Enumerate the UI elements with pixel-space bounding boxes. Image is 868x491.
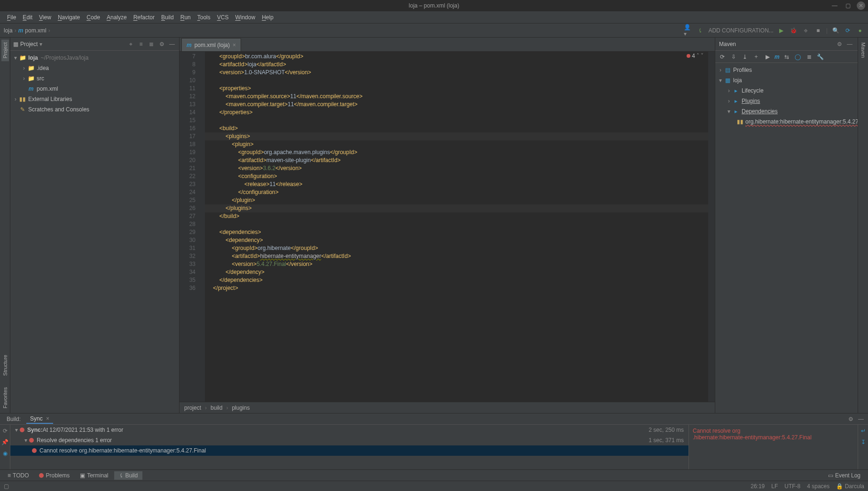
toggle-icon[interactable]: ⇆ [782,53,791,61]
menu-help[interactable]: Help [258,13,277,22]
menu-analyze[interactable]: Analyze [103,13,130,22]
breadcrumb-item[interactable]: build [211,405,222,411]
soft-wrap-icon[interactable]: ↵ [859,427,868,435]
expand-icon[interactable]: ≡ [137,40,145,48]
chevron-right-icon[interactable]: › [726,98,732,104]
wrench-icon[interactable]: 🔧 [816,53,825,61]
tool-window-button[interactable]: ▢ [4,483,9,490]
breadcrumb-item[interactable]: pom.xml [25,27,46,34]
code-editor[interactable]: 7891011121314151617181920212223242526272… [180,52,715,402]
hammer-icon[interactable]: ⤹ [696,26,704,35]
hide-icon[interactable]: — [857,415,865,423]
tree-node-ext-libs[interactable]: › ▮▮ External Libraries [10,94,179,104]
event-log-tab[interactable]: ▭Event Log [823,471,865,480]
minimize-button[interactable]: — [830,1,839,10]
line-separator[interactable]: LF [771,483,778,490]
error-stripe[interactable] [708,52,715,402]
chevron-right-icon[interactable]: › [12,96,19,102]
debug-icon[interactable]: 🐞 [790,26,798,35]
breadcrumb-item[interactable]: loja [4,27,13,34]
stop-icon[interactable]: ■ [814,26,822,35]
project-panel-title[interactable]: ▦ Project ▾ [13,41,42,47]
close-button[interactable]: ✕ [857,1,865,10]
add-user-icon[interactable]: 👤▾ [684,26,692,35]
sync-icon[interactable]: ⟳ [844,26,852,35]
chevron-down-icon[interactable]: ▾ [726,108,732,115]
fold-column[interactable] [198,52,205,402]
collapse-icon[interactable]: ≣ [147,40,156,48]
chevron-right-icon[interactable]: › [21,65,27,71]
tree-node-scratches[interactable]: ✎ Scratches and Consoles [10,104,179,115]
build-row[interactable]: Cannot resolve org.hibernate:hibernate-e… [10,445,688,456]
menu-run[interactable]: Run [177,13,194,22]
toggle-view-icon[interactable]: ◉ [1,449,9,458]
tree-root[interactable]: ▾ 📁 loja ~/ProjetosJava/loja [10,53,179,63]
maven-project-root[interactable]: ▾ ▦ loja [715,75,858,86]
menu-tools[interactable]: Tools [194,13,214,22]
maven-dependency-item[interactable]: ▮▮ org.hibernate:hibernate-entitymanager… [715,117,858,127]
maximize-button[interactable]: ▢ [844,1,852,10]
project-tool-tab[interactable]: Project [1,39,9,61]
menu-edit[interactable]: Edit [19,13,36,22]
menu-navigate[interactable]: Navigate [55,13,83,22]
chevron-down-icon[interactable]: ▾ [717,77,724,84]
run-icon[interactable]: ▶ [777,26,786,35]
terminal-tab[interactable]: ▣Terminal [75,471,113,480]
build-tab[interactable]: ⤹Build [114,471,143,480]
maven-lifecycle[interactable]: › ▸ Lifecycle [715,86,858,96]
gear-icon[interactable]: ⚙ [835,40,844,48]
project-tree[interactable]: ▾ 📁 loja ~/ProjetosJava/loja › 📁 .idea ›… [10,51,179,413]
scroll-icon[interactable]: ↧ [859,438,868,446]
sync-tab[interactable]: Sync × [26,414,53,424]
rerun-icon[interactable]: ⟳ [1,427,9,435]
tree-node-idea[interactable]: › 📁 .idea [10,63,179,73]
chevron-down-icon[interactable]: ▾ [12,55,19,61]
menu-vcs[interactable]: VCS [214,13,232,22]
chevron-up-icon[interactable]: ˄ [696,53,699,59]
theme-indicator[interactable]: 🔒 Darcula [836,483,864,490]
maven-icon[interactable]: m [774,54,780,60]
problems-tab[interactable]: Problems [34,471,74,480]
build-messages[interactable]: ▾Sync: At 12/07/2021 21:53 with 1 error2… [10,425,688,469]
chevron-right-icon[interactable]: › [21,75,27,82]
caret-position[interactable]: 26:19 [751,483,765,490]
maven-tree[interactable]: › ▤ Profiles ▾ ▦ loja › ▸ Lifecycle › ▸ … [715,63,858,413]
inspection-badge[interactable]: 4 ˄ ˅ [687,53,704,59]
menu-build[interactable]: Build [158,13,177,22]
chevron-right-icon[interactable]: › [717,67,724,73]
run-icon[interactable]: ▶ [763,53,772,61]
offline-icon[interactable]: ◯ [794,53,802,61]
todo-tab[interactable]: ≡TODO [3,471,33,480]
indent-config[interactable]: 4 spaces [807,483,829,490]
build-row[interactable]: ▾Sync: At 12/07/2021 21:53 with 1 error2… [10,425,688,435]
chevron-down-icon[interactable]: ▾ [23,437,29,444]
hide-icon[interactable]: — [845,40,854,48]
close-icon[interactable]: × [46,415,49,422]
pin-icon[interactable]: 📌 [1,438,9,446]
favorites-tool-tab[interactable]: Favorites [1,384,9,411]
hide-icon[interactable]: — [168,40,176,48]
maven-tool-tab[interactable]: Maven [860,39,867,61]
menu-refactor[interactable]: Refactor [130,13,158,22]
chevron-down-icon[interactable]: ˅ [701,53,704,59]
coverage-icon[interactable]: ⎆ [802,26,810,35]
maven-plugins[interactable]: › ▸ Plugins [715,96,858,106]
download-icon[interactable]: ⤓ [741,53,749,61]
close-icon[interactable]: × [233,42,236,48]
menu-view[interactable]: View [36,13,55,22]
ide-update-icon[interactable]: ● [856,26,864,35]
breadcrumb-item[interactable]: project [184,405,201,411]
chevron-right-icon[interactable]: › [726,87,732,94]
generate-icon[interactable]: ⇩ [729,53,738,61]
collapse-icon[interactable]: ≣ [805,53,813,61]
build-row[interactable]: ▾Resolve dependencies 1 error1 sec, 371 … [10,435,688,445]
menu-window[interactable]: Window [232,13,258,22]
file-encoding[interactable]: UTF-8 [784,483,800,490]
menu-code[interactable]: Code [83,13,103,22]
gear-icon[interactable]: ⚙ [846,415,855,423]
search-icon[interactable]: 🔍 [831,26,840,35]
chevron-down-icon[interactable]: ▾ [13,427,20,433]
structure-tool-tab[interactable]: Structure [1,352,9,379]
breadcrumb-item[interactable]: plugins [232,405,250,411]
run-config-dropdown[interactable]: ADD CONFIGURATION... [708,27,773,34]
